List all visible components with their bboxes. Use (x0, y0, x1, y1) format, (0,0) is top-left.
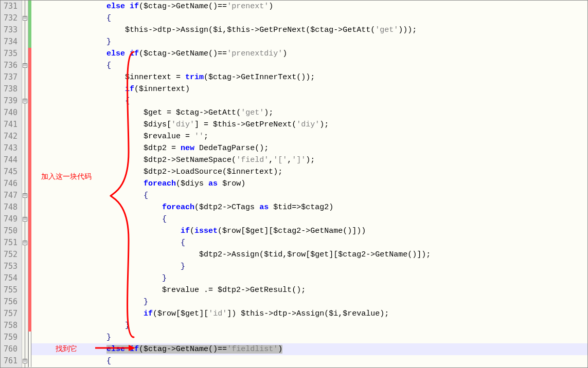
line-number: 757 (1, 308, 17, 320)
code-line[interactable]: foreach($dtp2->CTags as $tid=>$ctag2) (31, 201, 587, 213)
code-line[interactable]: { (31, 213, 587, 225)
code-line[interactable]: $innertext = trim($ctag->GetInnerText())… (31, 71, 587, 83)
line-number: 748 (1, 201, 17, 213)
selection: else if($ctag->GetName()=='fieldlist') (106, 345, 282, 354)
fold-toggle-icon[interactable]: ⊟ (23, 241, 27, 245)
line-number: 751 (1, 237, 17, 249)
code-line[interactable]: { (31, 60, 587, 71)
line-number: 734 (1, 36, 17, 48)
code-line[interactable]: } (31, 36, 587, 48)
line-number-gutter: 7317327337347357367377387397407417427437… (1, 1, 22, 367)
code-line[interactable]: { (31, 12, 587, 24)
line-number: 759 (1, 332, 17, 343)
fold-toggle-icon[interactable]: ⊟ (23, 16, 27, 21)
line-number: 741 (1, 119, 17, 131)
code-line[interactable]: if($row[$get]['id']) $this->dtp->Assign(… (31, 308, 587, 320)
fold-column[interactable]: ⊟⊟⊟⊟⊟⊟⊟ (22, 1, 28, 367)
code-line[interactable]: foreach($diys as $row) (31, 178, 587, 190)
code-line[interactable]: $diys['diy'] = $this->GetPreNext('diy'); (31, 119, 587, 131)
line-number: 750 (1, 225, 17, 237)
fold-toggle-icon[interactable]: ⊟ (23, 359, 27, 363)
code-line[interactable]: else if($ctag->GetName()=='prenext') (31, 1, 587, 12)
code-line[interactable]: $revalue = ''; (31, 131, 587, 142)
line-number: 746 (1, 178, 17, 190)
code-line[interactable]: { (31, 237, 587, 249)
fold-toggle-icon[interactable]: ⊟ (23, 99, 27, 103)
line-number: 756 (1, 296, 17, 308)
code-line[interactable]: } (31, 272, 587, 284)
code-line[interactable]: $get = $ctag->GetAtt('get'); (31, 107, 587, 119)
line-number: 736 (1, 60, 17, 71)
code-line[interactable]: } (31, 320, 587, 332)
line-number: 749 (1, 213, 17, 225)
line-number: 754 (1, 272, 17, 284)
line-number: 739 (1, 95, 17, 107)
line-number: 745 (1, 166, 17, 178)
code-area[interactable]: else if($ctag->GetName()=='prenext') { $… (31, 1, 587, 367)
line-number: 753 (1, 261, 17, 272)
line-number: 737 (1, 71, 17, 83)
code-line[interactable]: } (31, 261, 587, 272)
line-number: 731 (1, 1, 17, 12)
code-line[interactable]: { (31, 190, 587, 201)
code-line[interactable]: $dtp2 = new DedeTagParse(); (31, 142, 587, 154)
find-it-label: 找到它 (56, 344, 77, 354)
line-number: 733 (1, 24, 17, 36)
line-number: 760 (1, 343, 17, 355)
code-line[interactable]: { (31, 95, 587, 107)
line-number: 738 (1, 83, 17, 95)
line-number: 761 (1, 355, 17, 367)
code-line[interactable]: $this->dtp->Assign($i,$this->GetPreNext(… (31, 24, 587, 36)
code-line[interactable]: $dtp2->LoadSource($innertext); (31, 166, 587, 178)
code-line[interactable]: else if($ctag->GetName()=='fieldlist') (31, 343, 587, 355)
code-line[interactable]: if($innertext) (31, 83, 587, 95)
code-line[interactable]: $dtp2->Assign($tid,$row[$get][$ctag2->Ge… (31, 249, 587, 261)
code-line[interactable]: { (31, 355, 587, 367)
code-line[interactable]: $dtp2->SetNameSpace('field','[',']'); (31, 154, 587, 166)
line-number: 743 (1, 142, 17, 154)
line-number: 740 (1, 107, 17, 119)
line-number: 744 (1, 154, 17, 166)
line-number: 752 (1, 249, 17, 261)
add-block-label: 加入这一块代码 (41, 172, 92, 181)
code-editor[interactable]: 7317327337347357367377387397407417427437… (0, 0, 588, 368)
code-line[interactable]: if(isset($row[$get][$ctag2->GetName()])) (31, 225, 587, 237)
fold-toggle-icon[interactable]: ⊟ (23, 63, 27, 68)
line-number: 732 (1, 12, 17, 24)
line-number: 735 (1, 48, 17, 60)
fold-toggle-icon[interactable]: ⊟ (23, 193, 27, 198)
fold-toggle-icon[interactable]: ⊟ (23, 217, 27, 222)
line-number: 742 (1, 131, 17, 142)
code-line[interactable]: $revalue .= $dtp2->GetResult(); (31, 284, 587, 296)
code-line[interactable]: else if($ctag->GetName()=='prenextdiy') (31, 48, 587, 60)
line-number: 758 (1, 320, 17, 332)
line-number: 747 (1, 190, 17, 201)
code-line[interactable]: } (31, 296, 587, 308)
code-line[interactable]: } (31, 332, 587, 343)
line-number: 755 (1, 284, 17, 296)
